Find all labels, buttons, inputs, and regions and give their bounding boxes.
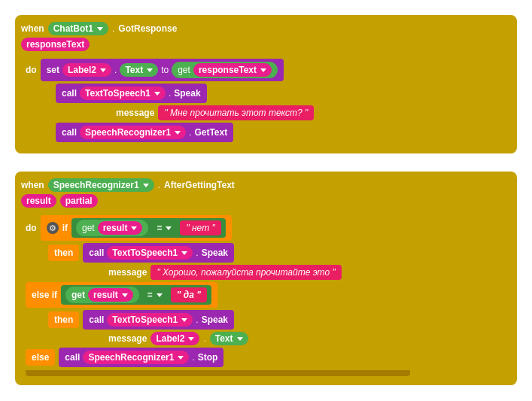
then-label-1: then [48,245,79,261]
sr1-dropdown-1 [175,131,181,135]
block2-message1-row: message " Хорошо, пожалуйста прочитайте … [108,265,506,280]
tts1-dropdown [154,92,160,96]
tts2-dropdown [181,318,187,322]
call5-block: call SpeechRecognizer1 . Stop [59,348,223,367]
sr1-when-dropdown [143,184,149,187]
label2-dropdown [100,68,106,72]
do-label-2: do [26,223,37,233]
chatbot1-dropdown-arrow [97,27,103,31]
when-label-1: when [21,23,44,34]
get-text-label: GetText [194,127,227,138]
message-label-3: message [108,333,147,344]
block1-message-row: message " Мне прочитать этот текст? " [116,105,506,120]
call4-label: call [89,314,104,325]
call5-label: call [65,352,80,363]
get-response-block[interactable]: get responseText [172,62,278,78]
bottom-bar-2 [26,370,410,376]
eq-dropdown-2 [157,293,163,297]
response-text-get-pill[interactable]: responseText [193,63,272,77]
block2-outer: when SpeechRecognizer1 . AfterGettingTex… [15,172,517,385]
block1-param-row: responseText [21,38,511,51]
dot-sep-8: . [203,333,205,344]
eq-dropdown-1 [166,226,172,230]
text-dropdown-2 [237,337,243,341]
response-text-param[interactable]: responseText [21,38,90,51]
sr1-when-pill[interactable]: SpeechRecognizer1 [48,178,154,192]
block1-set-row: do set Label2 . Text to get [26,59,506,81]
dot-sep-3: . [169,88,171,99]
result-pill-1[interactable]: result [98,221,143,235]
block2-then2-section: then call TextToSpeech1 . Speak message [48,310,506,345]
if-label: if [62,223,68,233]
set-label: set [47,65,59,75]
dot-sep-4: . [189,127,191,138]
result-pill-2[interactable]: result [88,288,133,302]
text-pill-2[interactable]: Text [210,332,248,345]
else-label: else [26,349,55,366]
block2-do-section: do ⚙ if get result [21,210,511,379]
call-label-1: call [62,88,77,99]
block2-then2-row: then call TextToSpeech1 . Speak [48,310,506,330]
speak-label-1: Speak [174,88,200,99]
result-dropdown-1 [131,226,137,230]
sr2-dropdown [178,356,184,360]
get-result-block-2[interactable]: get result [65,287,139,303]
do-label-1: do [26,65,37,75]
tts2-pill[interactable]: TextToSpeech1 [107,313,193,327]
dot-sep-6: . [196,248,198,258]
call1-block: call TextToSpeech1 . Speak [56,84,207,103]
eq-pill-2[interactable]: = [142,288,168,302]
dot-separator-1: . [112,23,114,34]
dot-sep-2: . [114,65,117,75]
got-response-label: GotResponse [118,23,177,34]
block1-outer: when ChatBot1 . GotResponse responseText… [15,15,517,153]
chatbot1-pill[interactable]: ChatBot1 [48,22,108,35]
get-label-1: get [178,65,190,75]
block2-then-row: then call TextToSpeech1 . Speak [48,243,506,263]
call2-label: call [62,127,77,138]
text-dropdown-1 [147,68,153,72]
result-param-pill[interactable]: result [21,194,56,208]
result-dropdown-2 [122,293,128,297]
block2-message2-row: message Label2 . Text [108,332,506,345]
sr1-pill-1[interactable]: SpeechRecognizer1 [80,126,186,139]
dot-sep-9: . [192,352,194,363]
gear-icon[interactable]: ⚙ [47,222,59,234]
message-label-2: message [108,267,147,278]
sr2-pill[interactable]: SpeechRecognizer1 [83,351,189,364]
call2-block: call SpeechRecognizer1 . GetText [56,123,233,142]
when-label-2: when [21,180,44,190]
tts1-pill-2[interactable]: TextToSpeech1 [107,246,193,260]
block2-params-row: result partial [21,194,511,208]
call3-block: call TextToSpeech1 . Speak [83,243,234,263]
get-label-2: get [82,223,95,233]
call4-block: call TextToSpeech1 . Speak [83,310,234,330]
label2-pill[interactable]: Label2 [62,63,111,77]
to-label: to [161,65,169,75]
block2-then-section: then call TextToSpeech1 . Speak message … [48,243,506,280]
string-block-2: " Хорошо, пожалуйста прочитайте это " [150,265,341,280]
speak-label-3: Speak [202,314,228,325]
text-pill-1[interactable]: Text [120,63,158,77]
block1-when-row: when ChatBot1 . GotResponse [21,22,511,35]
else-if-container: else if get result = [26,282,217,308]
message-label-1: message [116,108,154,118]
yes-string-block: " да " [171,287,207,302]
blocks-area: when ChatBot1 . GotResponse responseText… [15,15,517,385]
dot-sep-5: . [158,180,160,190]
tts1-dropdown-2 [181,251,187,255]
block1-call1-row: call TextToSpeech1 . Speak [56,84,506,103]
call3-label: call [89,248,104,258]
eq-pill-1[interactable]: = [151,221,177,235]
partial-param-pill[interactable]: partial [60,194,98,208]
get-result-block-1[interactable]: get result [76,220,148,236]
get-label-3: get [71,290,85,300]
speak-label-2: Speak [202,248,228,258]
tts1-pill-1[interactable]: TextToSpeech1 [80,87,166,100]
label2-pill-2[interactable]: Label2 [150,332,199,345]
else-if-label: else if [32,290,57,300]
block2-else-if-row: else if get result = [26,282,506,308]
block2-if-row: do ⚙ if get result [26,215,506,241]
block2-when-row: when SpeechRecognizer1 . AfterGettingTex… [21,178,511,192]
set-block: set Label2 . Text to get responseTex [41,59,284,81]
